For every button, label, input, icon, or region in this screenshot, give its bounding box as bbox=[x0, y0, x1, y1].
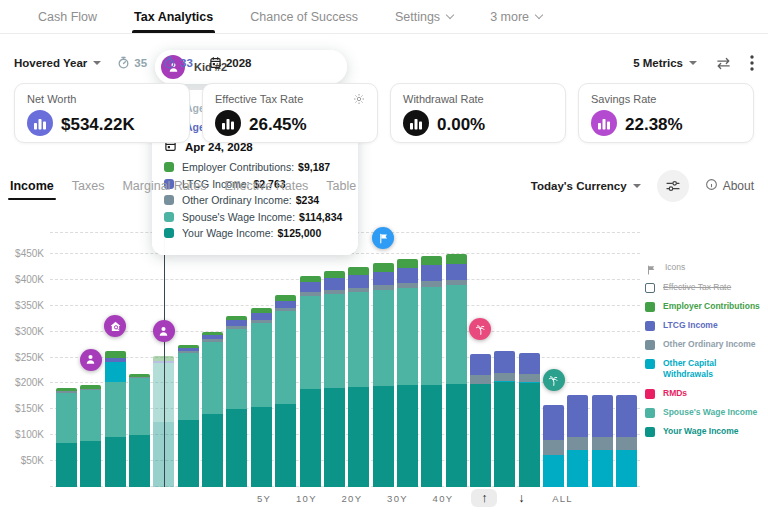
bar-11[interactable] bbox=[324, 271, 345, 487]
hovered-year-dropdown[interactable]: Hovered Year bbox=[14, 57, 101, 69]
metrics-dropdown[interactable]: 5 Metrics bbox=[633, 57, 697, 69]
tab-table[interactable]: Table bbox=[324, 179, 358, 193]
range-button-[interactable]: ↓ bbox=[508, 489, 534, 507]
legend-item-employer-contributions[interactable]: Employer Contributions bbox=[645, 301, 765, 312]
legend-item-effective-tax-rate[interactable]: Effective Tax Rate bbox=[645, 282, 765, 293]
bar-segment-spouse_wage bbox=[446, 285, 467, 384]
chart-filter-button[interactable] bbox=[657, 170, 689, 202]
range-button-40y[interactable]: 40Y bbox=[426, 490, 461, 507]
bar-8[interactable] bbox=[251, 308, 272, 487]
bar-3[interactable] bbox=[129, 374, 150, 487]
bar-2[interactable] bbox=[105, 351, 126, 487]
bar-10[interactable] bbox=[300, 276, 321, 487]
palm-icon[interactable] bbox=[543, 369, 565, 391]
legend-swatch bbox=[645, 321, 655, 331]
bar-13[interactable] bbox=[373, 263, 394, 487]
metric-card-header: Effective Tax Rate bbox=[215, 93, 365, 105]
nav-item-label: 3 more bbox=[490, 10, 529, 24]
bar-0[interactable] bbox=[56, 388, 77, 487]
nav-item-chance-of-success[interactable]: Chance of Success bbox=[250, 0, 358, 33]
hovered-year-label: Hovered Year bbox=[14, 57, 87, 69]
bar-segment-your_wage bbox=[105, 437, 126, 487]
tab-income[interactable]: Income bbox=[8, 179, 56, 193]
bar-segment-employer bbox=[446, 254, 467, 263]
bar-segment-your_wage bbox=[178, 420, 199, 487]
bar-9[interactable] bbox=[275, 295, 296, 487]
swap-columns-button[interactable] bbox=[715, 56, 732, 71]
legend-item-other-ordinary-income[interactable]: Other Ordinary Income bbox=[645, 339, 765, 350]
bar-7[interactable] bbox=[226, 316, 247, 487]
age-secondary-indicator: 33 bbox=[163, 56, 193, 71]
bar-segment-spouse_wage bbox=[80, 390, 101, 441]
gridline bbox=[50, 305, 640, 306]
bar-segment-your_wage bbox=[80, 441, 101, 487]
bar-17[interactable] bbox=[470, 354, 491, 487]
metric-card-effective-tax-rate: Effective Tax Rate26.45% bbox=[202, 83, 378, 143]
legend-item-other-capital-withdrawals[interactable]: Other Capital Withdrawals bbox=[645, 358, 765, 380]
legend-swatch bbox=[645, 359, 655, 369]
metrics-label: 5 Metrics bbox=[633, 57, 683, 69]
bar-14[interactable] bbox=[397, 259, 418, 487]
bar-segment-spouse_wage bbox=[300, 296, 321, 388]
bar-18[interactable] bbox=[494, 351, 515, 487]
metric-card-header: Savings Rate bbox=[591, 93, 741, 105]
series-color-chip bbox=[164, 212, 174, 222]
bar-segment-spouse_wage bbox=[397, 288, 418, 385]
bar-1[interactable] bbox=[80, 385, 101, 487]
legend-item-your-wage-income[interactable]: Your Wage Income bbox=[645, 426, 765, 437]
nav-item-3-more[interactable]: 3 more bbox=[490, 0, 542, 33]
legend-item-icons[interactable]: Icons bbox=[645, 262, 765, 274]
bar-segment-spouse_wage bbox=[178, 353, 199, 419]
nav-item-settings[interactable]: Settings bbox=[395, 0, 453, 33]
stopwatch-icon bbox=[117, 56, 130, 71]
kid-icon[interactable] bbox=[80, 349, 102, 371]
bar-12[interactable] bbox=[348, 267, 369, 487]
nav-item-label: Settings bbox=[395, 10, 440, 24]
kid-icon[interactable] bbox=[153, 320, 175, 342]
range-button-10y[interactable]: 10Y bbox=[289, 490, 324, 507]
bar-16[interactable] bbox=[446, 254, 467, 487]
gear-icon[interactable] bbox=[353, 93, 365, 105]
hover-cursor-line bbox=[164, 218, 166, 487]
legend-item-spouse-s-wage-income[interactable]: Spouse's Wage Income bbox=[645, 407, 765, 418]
bar-23[interactable] bbox=[616, 395, 637, 487]
bar-22[interactable] bbox=[592, 395, 613, 487]
range-button-20y[interactable]: 20Y bbox=[335, 490, 370, 507]
bar-19[interactable] bbox=[519, 353, 540, 487]
flag-icon[interactable] bbox=[372, 227, 394, 249]
legend-item-ltcg-income[interactable]: LTCG Income bbox=[645, 320, 765, 331]
bar-6[interactable] bbox=[202, 332, 223, 487]
metric-card-value: 26.45% bbox=[249, 115, 307, 135]
currency-dropdown[interactable]: Today's Currency bbox=[531, 180, 641, 192]
kebab-menu-button[interactable] bbox=[750, 55, 754, 71]
nav-item-cash-flow[interactable]: Cash Flow bbox=[38, 0, 97, 33]
legend-item-rmds[interactable]: RMDs bbox=[645, 388, 765, 399]
bar-21[interactable] bbox=[567, 395, 588, 487]
legend-label: LTCG Income bbox=[663, 320, 718, 331]
y-axis-label: $50K bbox=[0, 455, 44, 466]
about-button[interactable]: About bbox=[705, 178, 754, 194]
y-axis-label: $250K bbox=[0, 352, 44, 363]
chevron-down-icon bbox=[633, 184, 641, 188]
info-icon bbox=[705, 178, 718, 194]
bar-segment-your_wage bbox=[324, 388, 345, 487]
bar-segment-your_wage bbox=[373, 386, 394, 487]
bar-segment-ltcg bbox=[592, 395, 613, 437]
bar-5[interactable] bbox=[178, 345, 199, 487]
age-secondary-value: 33 bbox=[180, 57, 193, 69]
range-button-[interactable]: ↑ bbox=[471, 489, 497, 507]
tab-marginal-rates[interactable]: Marginal Rates bbox=[120, 179, 208, 193]
bar-15[interactable] bbox=[421, 256, 442, 487]
bar-segment-your_wage bbox=[251, 407, 272, 487]
range-button-all[interactable]: ALL bbox=[545, 490, 580, 507]
bar-segment-ltcg bbox=[373, 272, 394, 285]
palm-icon[interactable] bbox=[469, 318, 491, 340]
tab-taxes[interactable]: Taxes bbox=[70, 179, 107, 193]
range-button-5y[interactable]: 5Y bbox=[250, 490, 278, 507]
home-search-icon[interactable] bbox=[104, 315, 126, 337]
tab-effective-rates[interactable]: Effective Rates bbox=[223, 179, 311, 193]
bar-20[interactable] bbox=[543, 405, 564, 487]
nav-item-tax-analytics[interactable]: Tax Analytics bbox=[134, 0, 213, 33]
range-button-30y[interactable]: 30Y bbox=[380, 490, 415, 507]
legend-label: Other Ordinary Income bbox=[663, 339, 756, 350]
